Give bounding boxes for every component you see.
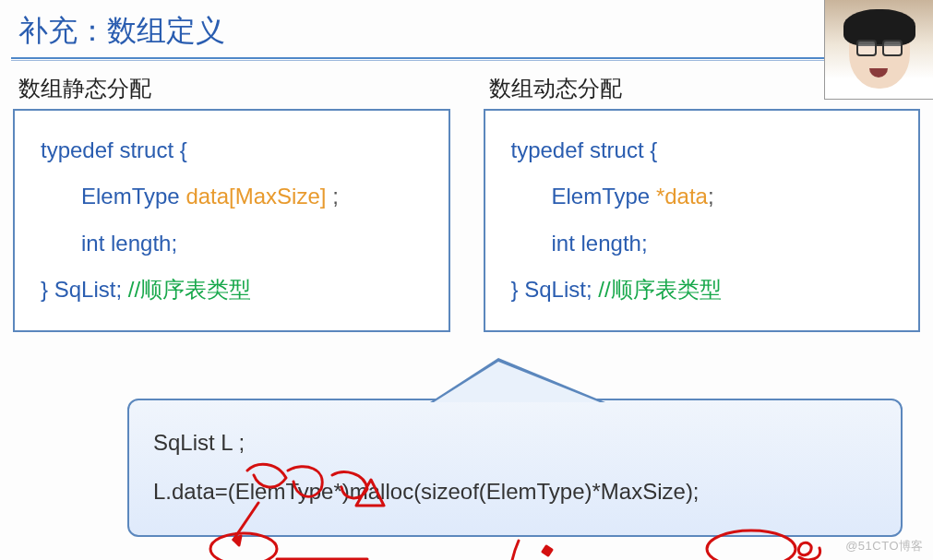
callout-tail [434, 362, 600, 402]
bottom-line1: SqList L ; [153, 419, 877, 468]
right-code-line3: int length; [552, 220, 903, 267]
right-code-line4: } SqList; //顺序表类型 [511, 267, 903, 313]
right-code-line2: ElemType *data; [552, 173, 903, 220]
left-code-line4: } SqList; //顺序表类型 [41, 267, 432, 313]
left-code-line1: typedef struct { [41, 127, 432, 173]
right-line2-star: *data [656, 184, 708, 209]
watermark: @51CTO博客 [845, 538, 924, 554]
bottom-callout: SqList L ; L.data=(ElemType*)malloc(size… [127, 399, 903, 537]
right-code-box: typedef struct { ElemType *data; int len… [484, 109, 921, 332]
left-line4-comment: //顺序表类型 [128, 277, 251, 302]
left-code-line3: int length; [81, 220, 432, 267]
right-line4-comment: //顺序表类型 [598, 277, 721, 302]
left-line4-pre: } SqList; [41, 277, 128, 302]
left-line2-post: ; [326, 184, 338, 209]
right-column: 数组动态分配 typedef struct { ElemType *data; … [484, 74, 921, 332]
left-line2-data: data[MaxSize] [185, 184, 326, 209]
left-code-line2: ElemType data[MaxSize] ; [81, 173, 432, 220]
slide-title: 补充：数组定义 [0, 0, 933, 57]
bottom-line2: L.data=(ElemType*)malloc(sizeof(ElemType… [153, 468, 877, 517]
presenter-webcam [824, 0, 933, 100]
left-column: 数组静态分配 typedef struct { ElemType data[Ma… [13, 74, 450, 332]
title-divider [11, 57, 922, 61]
presenter-face-icon [849, 17, 910, 89]
right-line2-post: ; [708, 184, 714, 209]
left-code-box: typedef struct { ElemType data[MaxSize] … [13, 109, 450, 332]
right-code-line1: typedef struct { [511, 127, 903, 173]
left-line2-pre: ElemType [81, 184, 185, 209]
left-subheader: 数组静态分配 [13, 74, 450, 103]
columns: 数组静态分配 typedef struct { ElemType data[Ma… [0, 74, 933, 332]
right-line2-pre: ElemType [552, 184, 656, 209]
right-line4-pre: } SqList; [511, 277, 599, 302]
